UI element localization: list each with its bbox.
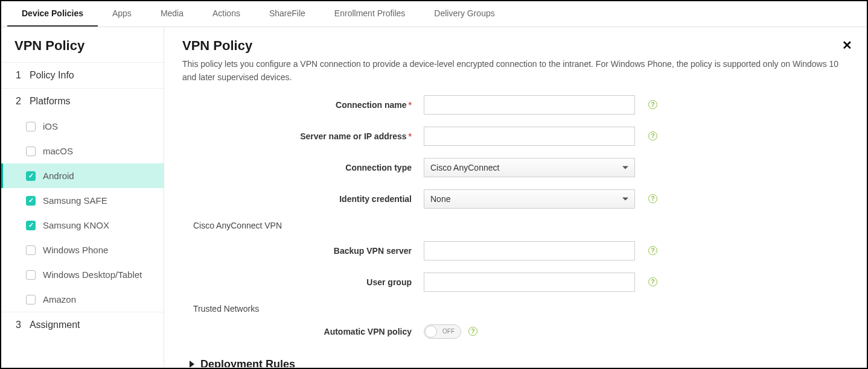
platform-label: Windows Phone (43, 245, 108, 255)
step-num: 2 (16, 96, 21, 107)
select-value: None (430, 194, 450, 204)
sidebar-title: VPN Policy (1, 27, 164, 62)
platform-label: Windows Desktop/Tablet (43, 270, 142, 280)
section-cisco-anyconnect: Cisco AnyConnect VPN (193, 221, 849, 230)
step-assignment[interactable]: 3 Assignment (1, 312, 164, 338)
platform-windows-desktop[interactable]: Windows Desktop/Tablet (1, 262, 164, 287)
help-icon[interactable]: ? (648, 100, 657, 109)
toggle-knob (425, 326, 437, 338)
auto-vpn-toggle[interactable]: OFF (424, 324, 461, 339)
checkbox-samsung-knox[interactable] (26, 221, 36, 230)
step-platforms[interactable]: 2 Platforms (1, 88, 164, 114)
label-backup-vpn: Backup VPN server (182, 246, 424, 256)
sidebar: VPN Policy 1 Policy Info 2 Platforms iOS… (1, 27, 164, 367)
label-connection-name: Connection name* (182, 100, 424, 110)
tab-enrollment-profiles[interactable]: Enrollment Profiles (320, 1, 420, 27)
help-icon[interactable]: ? (468, 327, 477, 336)
backup-vpn-input[interactable] (424, 241, 635, 260)
tab-device-policies[interactable]: Device Policies (7, 1, 98, 27)
label-connection-type: Connection type (182, 163, 424, 172)
step-label: Policy Info (30, 70, 74, 81)
label-server-name: Server name or IP address* (182, 131, 424, 141)
deployment-rules-toggle[interactable]: Deployment Rules (190, 358, 849, 367)
tab-sharefile[interactable]: ShareFile (255, 1, 320, 27)
help-icon[interactable]: ? (648, 246, 657, 255)
step-num: 3 (16, 320, 21, 330)
close-button[interactable]: ✕ (842, 38, 852, 52)
checkbox-android[interactable] (26, 171, 36, 181)
chevron-down-icon (622, 166, 628, 169)
checkbox-samsung-safe[interactable] (26, 196, 36, 206)
platform-ios[interactable]: iOS (1, 114, 164, 139)
platform-samsung-safe[interactable]: Samsung SAFE (1, 188, 164, 213)
server-name-input[interactable] (424, 127, 635, 146)
platform-label: Android (43, 171, 74, 181)
platform-windows-phone[interactable]: Windows Phone (1, 238, 164, 262)
platform-label: Samsung SAFE (43, 195, 107, 206)
help-icon[interactable]: ? (648, 194, 657, 203)
platform-android[interactable]: Android (1, 163, 164, 188)
label-identity-credential: Identity credential (182, 194, 424, 204)
platform-macos[interactable]: macOS (1, 139, 164, 163)
checkbox-amazon[interactable] (26, 295, 36, 304)
identity-credential-select[interactable]: None (424, 189, 635, 209)
main-content: ✕ VPN Policy This policy lets you config… (164, 27, 867, 367)
section-trusted-networks: Trusted Networks (193, 304, 849, 314)
connection-type-select[interactable]: Cisco AnyConnect (424, 158, 635, 177)
platform-samsung-knox[interactable]: Samsung KNOX (1, 213, 164, 238)
top-tabs: Device Policies Apps Media Actions Share… (1, 1, 867, 27)
toggle-state: OFF (442, 328, 455, 335)
user-group-input[interactable] (424, 273, 635, 292)
help-icon[interactable]: ? (648, 277, 657, 286)
caret-right-icon (190, 361, 194, 367)
chevron-down-icon (622, 197, 628, 200)
label-user-group: User group (182, 277, 424, 287)
tab-actions[interactable]: Actions (198, 1, 255, 27)
platform-label: iOS (43, 121, 58, 131)
checkbox-ios[interactable] (26, 122, 36, 131)
step-num: 1 (16, 70, 21, 81)
step-label: Platforms (30, 96, 71, 107)
tab-media[interactable]: Media (146, 1, 198, 27)
connection-name-input[interactable] (424, 95, 635, 115)
checkbox-macos[interactable] (26, 147, 36, 156)
label-auto-vpn: Automatic VPN policy (182, 327, 424, 336)
tab-apps[interactable]: Apps (98, 1, 146, 27)
step-label: Assignment (30, 320, 80, 330)
checkbox-windows-phone[interactable] (26, 245, 36, 255)
platform-label: Amazon (43, 294, 76, 304)
platform-amazon[interactable]: Amazon (1, 287, 164, 312)
deployment-rules-title: Deployment Rules (200, 358, 295, 367)
step-policy-info[interactable]: 1 Policy Info (1, 62, 164, 88)
page-description: This policy lets you configure a VPN con… (182, 57, 846, 84)
checkbox-windows-desktop[interactable] (26, 270, 36, 280)
platform-label: Samsung KNOX (43, 220, 109, 230)
tab-delivery-groups[interactable]: Delivery Groups (420, 1, 509, 27)
help-icon[interactable]: ? (648, 131, 657, 140)
select-value: Cisco AnyConnect (430, 163, 499, 172)
page-title: VPN Policy (182, 38, 849, 54)
platform-label: macOS (43, 146, 73, 156)
